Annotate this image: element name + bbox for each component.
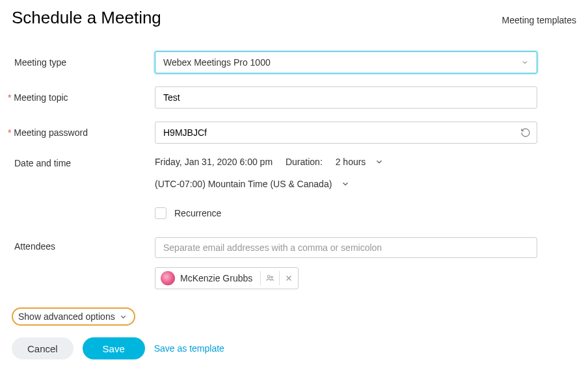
datetime-value[interactable]: Friday, Jan 31, 2020 6:00 pm (155, 157, 273, 167)
advanced-label: Show advanced options (18, 311, 115, 322)
page-title: Schedule a Meeting (12, 8, 161, 28)
meeting-templates-link[interactable]: Meeting templates (502, 15, 576, 25)
chevron-down-icon (119, 313, 127, 321)
attendees-label: Attendees (12, 237, 155, 252)
meeting-type-value: Webex Meetings Pro 1000 (163, 57, 271, 68)
attendees-input[interactable] (155, 237, 537, 258)
meeting-password-label: Meeting password (12, 127, 155, 138)
date-time-label: Date and time (12, 157, 155, 168)
duration-label: Duration: (286, 157, 323, 167)
remove-attendee-icon[interactable] (280, 274, 298, 283)
meeting-topic-label: Meeting topic (12, 92, 155, 103)
show-advanced-options[interactable]: Show advanced options (12, 307, 135, 326)
timezone-value[interactable]: (UTC-07:00) Mountain Time (US & Canada) (155, 179, 332, 189)
attendee-chip: McKenzie Grubbs (155, 267, 299, 289)
chevron-down-icon[interactable] (375, 157, 384, 166)
meeting-password-input[interactable] (155, 122, 537, 144)
chevron-down-icon (521, 58, 529, 66)
assign-cohost-icon[interactable] (261, 274, 279, 283)
save-button[interactable]: Save (83, 337, 145, 359)
refresh-icon[interactable] (520, 127, 531, 138)
recurrence-checkbox[interactable] (155, 207, 167, 219)
attendee-name: McKenzie Grubbs (180, 273, 260, 283)
avatar (161, 271, 175, 285)
duration-value[interactable]: 2 hours (336, 157, 366, 167)
chevron-down-icon[interactable] (341, 179, 350, 188)
meeting-topic-input[interactable] (155, 86, 537, 109)
meeting-type-label: Meeting type (12, 57, 155, 68)
meeting-type-select[interactable]: Webex Meetings Pro 1000 (155, 51, 537, 73)
cancel-button[interactable]: Cancel (12, 337, 74, 359)
svg-point-1 (271, 276, 273, 278)
svg-point-0 (268, 276, 271, 278)
save-as-template-link[interactable]: Save as template (154, 343, 224, 354)
recurrence-label: Recurrence (174, 208, 221, 218)
